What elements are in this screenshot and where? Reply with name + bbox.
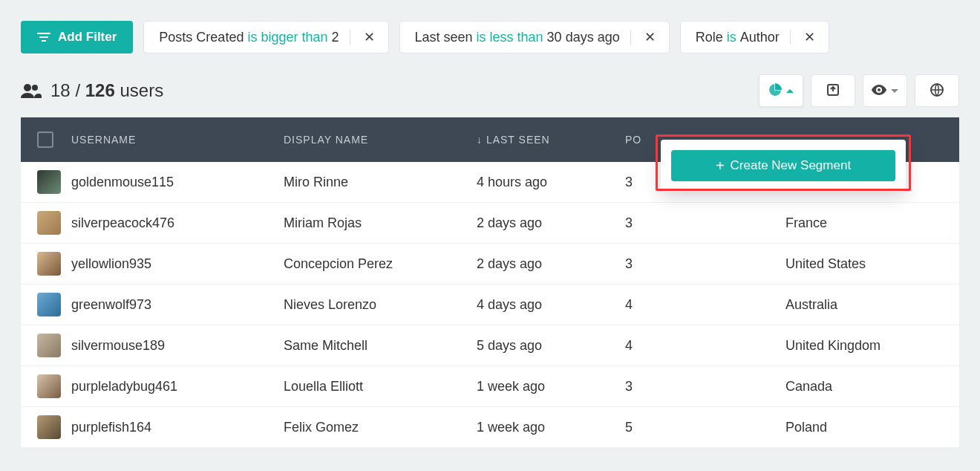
cell-last-seen: 1 week ago [477, 420, 625, 435]
filter-chip[interactable]: RoleisAuthor✕ [680, 21, 829, 53]
filter-field: Posts Created [159, 30, 244, 45]
avatar [37, 374, 61, 398]
columns-button[interactable] [863, 74, 907, 107]
cell-country: Canada [785, 379, 943, 394]
filter-operator: is bigger than [247, 30, 327, 45]
cell-username: yellowlion935 [71, 256, 284, 272]
chart-view-button[interactable] [759, 74, 803, 107]
cell-posts: 3 [625, 379, 785, 394]
summary-unit: users [120, 80, 163, 100]
cell-display-name: Miriam Rojas [284, 215, 477, 231]
filter-field: Last seen [415, 30, 473, 45]
filter-icon [37, 31, 50, 43]
filter-value: Author [740, 30, 780, 45]
col-last-seen[interactable]: ↓ LAST SEEN [477, 134, 625, 146]
segment-popover: + Create New Segment [661, 140, 906, 192]
filter-operator: is [727, 30, 736, 45]
close-icon[interactable]: ✕ [801, 29, 818, 45]
close-icon[interactable]: ✕ [361, 29, 378, 45]
cell-posts: 4 [625, 338, 785, 354]
cell-country: France [785, 215, 943, 231]
cell-country: United Kingdom [785, 338, 943, 354]
avatar [37, 415, 61, 439]
select-all-checkbox[interactable] [37, 131, 53, 148]
cell-username: silverpeacock476 [71, 215, 284, 231]
globe-icon [930, 83, 944, 99]
people-icon [21, 83, 42, 98]
cell-username: goldenmouse115 [71, 175, 284, 190]
cell-country: United States [785, 256, 943, 272]
cell-last-seen: 2 days ago [477, 215, 625, 231]
globe-button[interactable] [915, 74, 959, 107]
table-row[interactable]: yellowlion935Concepcion Perez2 days ago3… [21, 244, 959, 285]
add-filter-button[interactable]: Add Filter [21, 21, 133, 53]
caret-down-icon [891, 89, 898, 93]
cell-country: Poland [785, 420, 943, 435]
cell-posts: 5 [625, 420, 785, 435]
filter-value: 30 days ago [547, 30, 620, 45]
export-icon [826, 83, 840, 99]
export-button[interactable] [811, 74, 855, 107]
filter-bar: Add Filter Posts Createdis bigger than2✕… [21, 21, 959, 53]
cell-last-seen: 4 hours ago [477, 175, 625, 190]
cell-display-name: Felix Gomez [284, 420, 477, 435]
filter-value: 2 [331, 30, 339, 45]
avatar [37, 170, 61, 194]
cell-username: purplefish164 [71, 420, 284, 435]
filter-operator: is less than [477, 30, 543, 45]
cell-last-seen: 4 days ago [477, 297, 625, 313]
plus-icon: + [716, 158, 725, 173]
cell-username: silvermouse189 [71, 338, 284, 354]
cell-display-name: Miro Rinne [284, 175, 477, 190]
cell-posts: 3 [625, 215, 785, 231]
table-row[interactable]: silvermouse189Same Mitchell5 days ago4Un… [21, 325, 959, 366]
cell-display-name: Concepcion Perez [284, 256, 477, 272]
cell-display-name: Louella Elliott [284, 379, 477, 394]
add-filter-label: Add Filter [58, 30, 117, 45]
cell-username: purpleladybug461 [71, 379, 284, 394]
cell-posts: 3 [625, 256, 785, 272]
cell-last-seen: 1 week ago [477, 379, 625, 394]
close-icon[interactable]: ✕ [641, 29, 659, 45]
col-username[interactable]: USERNAME [71, 134, 284, 146]
cell-last-seen: 2 days ago [477, 256, 625, 272]
cell-country: Australia [785, 297, 943, 313]
avatar [37, 252, 61, 276]
svg-point-3 [878, 88, 881, 91]
table-row[interactable]: greenwolf973Nieves Lorenzo4 days ago4Aus… [21, 285, 959, 325]
avatar [37, 293, 61, 316]
results-summary: 18 / 126 users [21, 80, 163, 101]
create-segment-label: Create New Segment [731, 158, 852, 173]
table-row[interactable]: purplefish164Felix Gomez1 week ago5Polan… [21, 407, 959, 448]
view-toolbar [759, 74, 959, 107]
total-count: 126 [85, 80, 115, 100]
table-row[interactable]: purpleladybug461Louella Elliott1 week ag… [21, 366, 959, 407]
svg-point-0 [24, 84, 31, 91]
col-display-name[interactable]: DISPLAY NAME [284, 134, 477, 146]
shown-count: 18 [50, 80, 71, 100]
cell-posts: 4 [625, 297, 785, 313]
caret-up-icon [786, 89, 794, 93]
filter-field: Role [696, 30, 723, 45]
svg-point-1 [32, 85, 38, 91]
table-row[interactable]: silverpeacock476Miriam Rojas2 days ago3F… [21, 203, 959, 244]
avatar [37, 334, 61, 357]
cell-display-name: Same Mitchell [284, 338, 477, 354]
cell-username: greenwolf973 [71, 297, 284, 313]
avatar [37, 211, 61, 235]
cell-display-name: Nieves Lorenzo [284, 297, 477, 313]
eye-icon [872, 85, 886, 97]
create-segment-button[interactable]: + Create New Segment [671, 150, 895, 181]
filter-chip[interactable]: Last seenis less than30 days ago✕ [399, 21, 670, 53]
cell-last-seen: 5 days ago [477, 338, 625, 354]
pie-chart-icon [768, 83, 782, 99]
filter-chip[interactable]: Posts Createdis bigger than2✕ [143, 21, 388, 53]
